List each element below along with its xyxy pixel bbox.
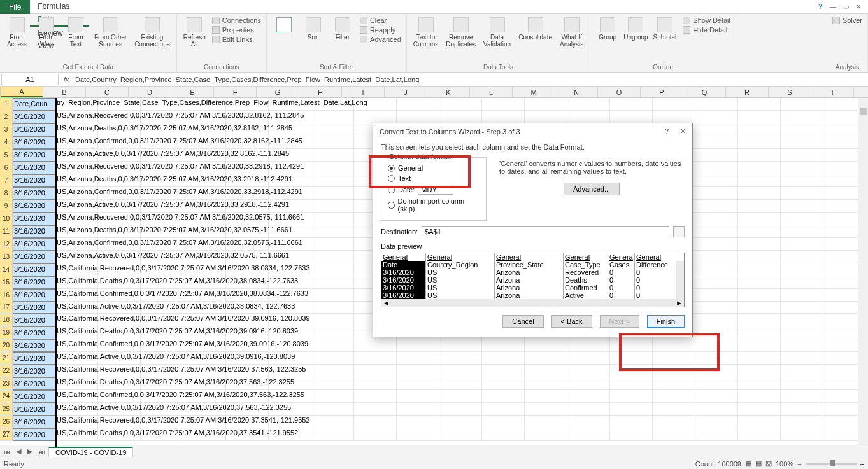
cell[interactable]: US,California,Recovered,0,0,3/17/2020 7:… (55, 263, 98, 276)
view-layout-icon[interactable]: ▤ (755, 459, 762, 468)
cell[interactable]: US,California,Active,0,0,3/17/2020 7:25:… (55, 352, 98, 365)
cell[interactable]: 3/16/2020 (13, 339, 55, 352)
cell[interactable]: US,Arizona,Confirmed,0,0,3/17/2020 7:25:… (55, 136, 98, 149)
cell[interactable] (695, 403, 738, 416)
cell[interactable]: 3/16/2020 (13, 111, 55, 123)
cell[interactable]: 3/16/2020 (13, 263, 55, 276)
cell[interactable] (695, 123, 738, 136)
cell[interactable] (567, 365, 610, 377)
row-header[interactable]: 1 (0, 98, 13, 111)
preview-cell[interactable]: 3/16/2020 (381, 269, 426, 276)
fx-icon[interactable]: fx (60, 76, 73, 83)
advanced-button[interactable]: Advanced... (564, 183, 620, 195)
cell[interactable] (695, 276, 738, 289)
cell[interactable] (610, 352, 653, 365)
cell[interactable] (738, 403, 781, 416)
tools-data-validation[interactable]: Data Validation (481, 16, 513, 49)
close-icon[interactable]: ✕ (854, 3, 863, 11)
conn-edit-links[interactable]: Edit Links (211, 35, 262, 44)
cell[interactable]: Date,Coun (13, 98, 55, 111)
cell[interactable] (695, 428, 738, 441)
conn-connections[interactable]: Connections (211, 16, 262, 25)
cell[interactable]: US,Arizona,Recovered,0,0,3/17/2020 7:25:… (55, 162, 98, 174)
cell[interactable] (482, 377, 525, 390)
col-header-T[interactable]: T (811, 87, 854, 97)
filter-button[interactable]: Filter (329, 16, 356, 42)
cell[interactable] (567, 428, 610, 441)
cell[interactable] (525, 352, 567, 365)
view-normal-icon[interactable]: ▦ (745, 459, 751, 468)
cell[interactable] (695, 238, 738, 251)
cell[interactable] (439, 428, 482, 441)
cell[interactable]: 3/16/2020 (13, 403, 55, 416)
cell[interactable]: 3/16/2020 (13, 416, 55, 428)
cell[interactable] (311, 200, 354, 213)
cell[interactable] (311, 187, 354, 200)
cell[interactable] (397, 365, 439, 377)
cell[interactable] (397, 111, 439, 123)
preview-cell[interactable]: Arizona (495, 269, 564, 276)
cell[interactable] (695, 98, 738, 111)
zoom-slider[interactable] (806, 463, 857, 465)
outline-subtotal[interactable]: Subtotal (651, 16, 679, 42)
sheet-nav-prev[interactable]: ◀ (14, 447, 23, 456)
preview-cell[interactable]: 0 (635, 291, 679, 299)
tools-consolidate[interactable]: Consolidate (516, 16, 555, 42)
cell[interactable] (354, 377, 397, 390)
cell[interactable] (311, 352, 354, 365)
cell[interactable] (781, 365, 823, 377)
sheet-nav-next[interactable]: ▶ (25, 447, 34, 456)
preview-cell[interactable]: Country_Region (426, 261, 495, 269)
dialog-help-icon[interactable]: ? (665, 127, 669, 136)
cell[interactable]: 3/16/2020 (13, 123, 55, 136)
cell[interactable] (354, 416, 397, 428)
cell[interactable] (738, 276, 781, 289)
col-header-R[interactable]: R (726, 87, 769, 97)
col-header-U[interactable]: U (854, 87, 868, 97)
cell[interactable]: 3/16/2020 (13, 352, 55, 365)
getdata-from-text[interactable]: From Text (62, 16, 89, 49)
cell[interactable] (781, 314, 823, 326)
cell[interactable] (738, 428, 781, 441)
cell[interactable] (695, 174, 738, 187)
row-header[interactable]: 24 (0, 390, 13, 403)
cell[interactable] (397, 416, 439, 428)
cell[interactable] (482, 390, 525, 403)
row-header[interactable]: 10 (0, 213, 13, 225)
cell[interactable] (738, 213, 781, 225)
preview-vscroll[interactable] (676, 261, 684, 299)
cell[interactable]: 3/16/2020 (13, 136, 55, 149)
cell[interactable]: US,California,Deaths,0,0,3/17/2020 7:25:… (55, 326, 98, 339)
col-header-C[interactable]: C (86, 87, 129, 97)
cell[interactable] (781, 162, 823, 174)
cell[interactable] (695, 326, 738, 339)
cell[interactable] (653, 377, 695, 390)
cell[interactable] (738, 149, 781, 162)
sheet-nav-first[interactable]: ⏮ (3, 447, 11, 456)
cell[interactable] (653, 352, 695, 365)
col-header-M[interactable]: M (513, 87, 555, 97)
cell[interactable]: US,California,Active,0,0,3/17/2020 7:25:… (55, 403, 98, 416)
cell[interactable] (354, 428, 397, 441)
cell[interactable]: 3/16/2020 (13, 289, 55, 302)
sort-az-button[interactable] (271, 16, 297, 34)
vertical-scrollbar[interactable] (858, 98, 868, 445)
col-header-E[interactable]: E (171, 87, 214, 97)
cell[interactable] (695, 352, 738, 365)
cell[interactable] (738, 123, 781, 136)
zoom-out-icon[interactable]: − (797, 460, 801, 468)
cell[interactable]: 3/16/2020 (13, 302, 55, 314)
cell[interactable] (482, 428, 525, 441)
solver-button[interactable]: Solver (831, 16, 864, 25)
cell[interactable] (781, 289, 823, 302)
sheet-tab[interactable]: COVID-19 - COVID-19 (48, 447, 133, 457)
cell[interactable] (738, 339, 781, 352)
cell[interactable] (439, 377, 482, 390)
getdata-from-access[interactable]: From Access (4, 16, 31, 49)
col-header-B[interactable]: B (43, 87, 86, 97)
cell[interactable] (567, 390, 610, 403)
radio-general[interactable]: General (388, 164, 480, 172)
cell[interactable] (397, 403, 439, 416)
cell[interactable] (439, 365, 482, 377)
cell[interactable] (311, 314, 354, 326)
